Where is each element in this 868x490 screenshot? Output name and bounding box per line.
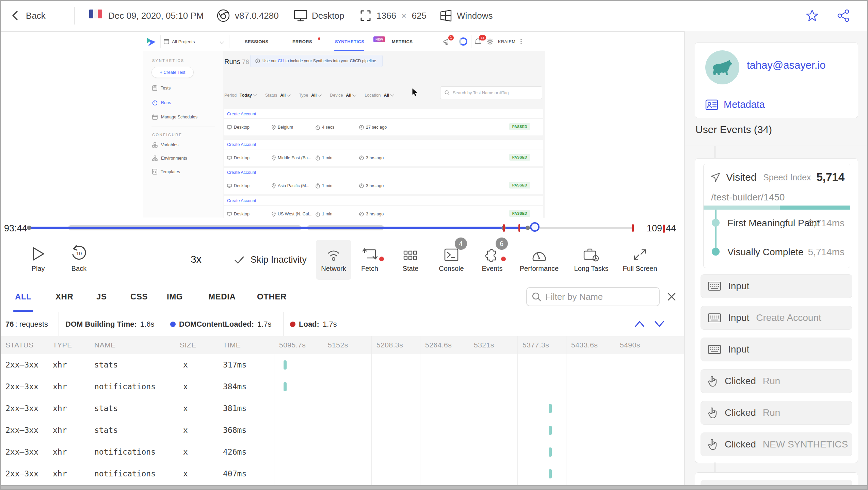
- location-pin-icon: [272, 156, 276, 161]
- clock-icon: [359, 156, 364, 160]
- visually-complete-value: 5,714ms: [808, 247, 845, 258]
- sidebar-item-variables[interactable]: Variables: [152, 142, 178, 148]
- filter-type[interactable]: All: [311, 93, 317, 98]
- sidebar-item-runs[interactable]: Runs: [152, 100, 171, 105]
- run-card[interactable]: Create Account Desktop Asia Pacific (M..…: [224, 168, 543, 194]
- run-card[interactable]: Create Account Desktop Belgium 4 secs 27…: [224, 109, 543, 135]
- event-input[interactable]: Input: [701, 274, 852, 298]
- back-10s-button[interactable]: 10 Back: [59, 242, 99, 278]
- stopwatch-icon: [316, 125, 320, 130]
- metadata-button[interactable]: Metadata: [705, 99, 765, 110]
- table-row[interactable]: 2xx–3xxxhrstatsx381ms: [0, 397, 684, 419]
- horizontal-scrollbar[interactable]: [0, 485, 868, 490]
- table-row[interactable]: 2xx–3xxxhrstatsx317ms: [0, 354, 684, 376]
- performance-panel-button[interactable]: Performance: [519, 242, 560, 278]
- events-panel-button[interactable]: 6 Events: [472, 242, 513, 278]
- replay-viewport: All Projects SESSIONS ERRORS SYNTHETICS …: [0, 32, 684, 218]
- console-panel-button[interactable]: 4 Console: [431, 242, 472, 278]
- tab-xhr[interactable]: XHR: [55, 281, 73, 312]
- jump-previous-icon[interactable]: [634, 320, 645, 328]
- filters-row: Period Today Status All Type All Device …: [224, 92, 393, 98]
- playhead-handle[interactable]: [530, 222, 540, 232]
- issue-marker: [632, 224, 634, 232]
- create-test-button[interactable]: + Create Test: [151, 67, 194, 78]
- filter-status[interactable]: All: [280, 93, 286, 98]
- sidebar-item-templates[interactable]: Templates: [152, 169, 180, 175]
- favorite-star-icon[interactable]: [805, 9, 819, 22]
- sidebar-item-environments[interactable]: Environments: [152, 156, 187, 161]
- tick-label: 5321s: [474, 336, 494, 354]
- app-tab-errors[interactable]: ERRORS: [292, 32, 312, 51]
- fetch-icon: [362, 247, 377, 262]
- speed-index-label: Speed Index: [763, 173, 811, 182]
- fetch-panel-button[interactable]: Fetch: [349, 242, 390, 278]
- filter-device[interactable]: All: [346, 93, 351, 98]
- event-clicked[interactable]: ClickedNEW SYNTHETICS: [701, 432, 852, 456]
- run-card[interactable]: Create Account Desktop US West (N. Cal..…: [224, 196, 543, 218]
- playback-timeline[interactable]: 93:44 109 44: [0, 218, 684, 239]
- table-row[interactable]: 2xx–3xxxhrnotificationsx407ms: [0, 463, 684, 485]
- requests-table-header: STATUS TYPE NAME SIZE TIME 5095.7s 5152s…: [0, 336, 684, 354]
- share-icon[interactable]: [837, 9, 850, 22]
- event-input[interactable]: Input: [701, 338, 852, 361]
- app-user-name[interactable]: KRAIEM: [498, 39, 516, 44]
- tab-media[interactable]: MEDIA: [208, 281, 236, 312]
- request-waterfall-bar: [284, 382, 287, 391]
- app-tab-synthetics[interactable]: SYNTHETICS: [335, 32, 364, 51]
- mouse-cursor: [412, 88, 419, 97]
- calendar-icon: [152, 114, 158, 120]
- skip-inactivity-toggle[interactable]: Skip Inactivity: [234, 255, 307, 265]
- table-row[interactable]: 2xx–3xxxhrnotificationsx384ms: [0, 376, 684, 397]
- col-size: SIZE: [180, 336, 196, 354]
- device-type: Desktop: [312, 11, 344, 21]
- svg-text:10: 10: [76, 250, 82, 256]
- event-clicked[interactable]: ClickedRun: [701, 369, 852, 393]
- app-tab-metrics[interactable]: METRICS: [392, 32, 413, 51]
- network-panel-button[interactable]: Network: [313, 242, 354, 278]
- app-nav: All Projects SESSIONS ERRORS SYNTHETICS …: [143, 32, 545, 51]
- play-button[interactable]: Play: [18, 242, 59, 278]
- tab-all[interactable]: ALL: [15, 281, 31, 312]
- tab-other[interactable]: OTHER: [257, 281, 287, 312]
- project-selector[interactable]: All Projects: [172, 39, 195, 44]
- cli-link[interactable]: CLI: [278, 59, 284, 63]
- app-logo-icon: [146, 37, 157, 47]
- sidebar-item-manage-schedules[interactable]: Manage Schedules: [152, 114, 197, 120]
- sidebar-item-tests[interactable]: Tests: [152, 85, 171, 91]
- playback-speed-button[interactable]: 3x: [191, 254, 202, 265]
- network-filter-input[interactable]: Filter by Name: [526, 287, 660, 306]
- speed-index-value: 5,714: [816, 171, 845, 184]
- errors-notification-dot: [318, 37, 320, 40]
- tab-js[interactable]: JS: [96, 281, 107, 312]
- col-status: STATUS: [5, 336, 34, 354]
- table-row[interactable]: 2xx–3xxxhrnotificationsx426ms: [0, 441, 684, 463]
- run-card[interactable]: Create Account Desktop Middle East (Ba..…: [224, 140, 543, 166]
- network-summary-bar: 76: requests DOM Building Time:1.6s DOMC…: [0, 312, 684, 337]
- event-input[interactable]: InputCreate Account: [701, 306, 852, 330]
- keyboard-icon: [708, 345, 721, 354]
- jump-next-icon[interactable]: [654, 320, 665, 328]
- search-icon: [532, 292, 541, 301]
- state-panel-button[interactable]: State: [390, 242, 431, 278]
- filter-location[interactable]: All: [384, 93, 389, 98]
- sidebar-section-synthetics: SYNTHETICS: [152, 59, 184, 63]
- tick-label: 5152s: [328, 336, 348, 354]
- location-pin-icon: [272, 125, 276, 130]
- tab-css[interactable]: CSS: [130, 281, 148, 312]
- request-waterfall-bar: [549, 469, 552, 478]
- user-email-link[interactable]: tahay@asayer.io: [747, 59, 825, 71]
- close-panel-icon[interactable]: [666, 292, 677, 302]
- long-tasks-panel-button[interactable]: Long Tasks: [571, 242, 612, 278]
- gear-icon[interactable]: [486, 38, 494, 45]
- event-clicked[interactable]: ClickedRun: [701, 401, 852, 425]
- test-search-input[interactable]: Search by Test Name or #Tag: [440, 86, 542, 99]
- back-button[interactable]: Back: [10, 9, 46, 22]
- fullscreen-button[interactable]: Full Screen: [620, 242, 660, 278]
- timeline-track[interactable]: [29, 218, 633, 239]
- filter-period[interactable]: Today: [240, 93, 252, 98]
- tab-img[interactable]: IMG: [167, 281, 183, 312]
- visited-card[interactable]: Visited Speed Index 5,714 /test-builder/…: [703, 164, 850, 268]
- app-tab-sessions[interactable]: SESSIONS: [245, 32, 269, 51]
- table-row[interactable]: 2xx–3xxxhrstatsx368ms: [0, 419, 684, 441]
- kebab-menu-icon[interactable]: [520, 38, 522, 45]
